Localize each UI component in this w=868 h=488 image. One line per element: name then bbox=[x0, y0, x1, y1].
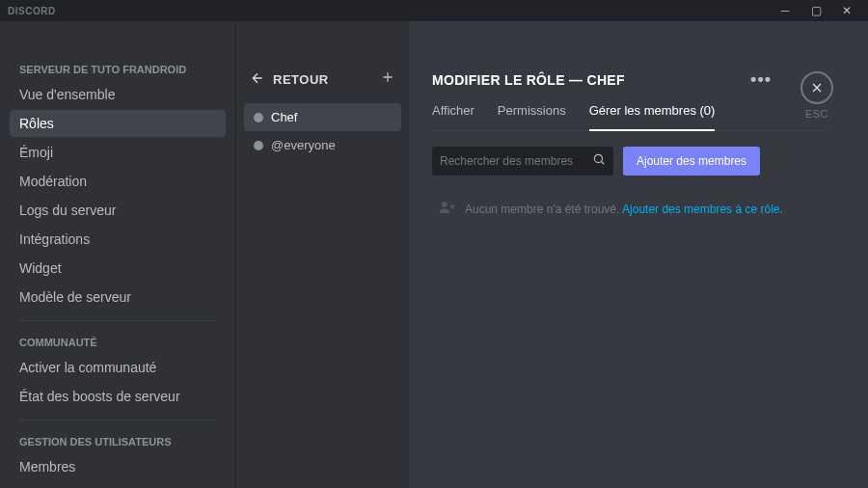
close-panel: ESC bbox=[800, 71, 833, 120]
tab-display[interactable]: Afficher bbox=[432, 103, 475, 130]
tabs: Afficher Permissions Gérer les membres (… bbox=[432, 103, 829, 131]
search-icon bbox=[592, 152, 606, 170]
nav-members[interactable]: Membres bbox=[10, 453, 226, 480]
divider bbox=[19, 320, 216, 321]
app-name: DISCORD bbox=[8, 6, 56, 16]
divider bbox=[19, 420, 216, 420]
back-button[interactable]: RETOUR bbox=[250, 70, 329, 89]
nav-integrations[interactable]: Intégrations bbox=[10, 226, 226, 253]
more-options-button[interactable]: ••• bbox=[750, 69, 772, 90]
empty-text: Aucun membre n'a été trouvé. bbox=[465, 203, 619, 216]
nav-roles[interactable]: Rôles bbox=[10, 110, 226, 137]
nav-invitations[interactable]: Invitations bbox=[10, 482, 226, 488]
nav-server-logs[interactable]: Logs du serveur bbox=[10, 197, 226, 224]
nav-emoji[interactable]: Émoji bbox=[10, 139, 226, 166]
close-button[interactable] bbox=[800, 71, 833, 104]
tab-permissions[interactable]: Permissions bbox=[498, 103, 566, 130]
maximize-button[interactable]: ▢ bbox=[802, 2, 829, 19]
role-edit-panel: ESC MODIFIER LE RÔLE — CHEF ••• Afficher… bbox=[409, 21, 868, 488]
user-icon bbox=[438, 199, 455, 219]
role-name: Chef bbox=[271, 110, 297, 124]
minimize-button[interactable]: ─ bbox=[772, 2, 799, 19]
search-input[interactable] bbox=[440, 154, 592, 168]
add-role-button[interactable] bbox=[380, 69, 395, 90]
section-header-community: COMMUNAUTÉ bbox=[10, 331, 226, 354]
nav-widget[interactable]: Widget bbox=[10, 255, 226, 282]
window-controls: ─ ▢ ✕ bbox=[772, 2, 860, 19]
add-members-button[interactable]: Ajouter des membres bbox=[623, 147, 760, 176]
nav-moderation[interactable]: Modération bbox=[10, 168, 226, 195]
roles-list-column: RETOUR Chef @everyone bbox=[235, 21, 409, 488]
role-item-chef[interactable]: Chef bbox=[244, 103, 401, 131]
empty-add-link[interactable]: Ajouter des membres à ce rôle. bbox=[622, 203, 783, 216]
tab-manage-members[interactable]: Gérer les membres (0) bbox=[589, 103, 716, 131]
close-window-button[interactable]: ✕ bbox=[833, 2, 860, 19]
svg-point-1 bbox=[442, 202, 448, 207]
role-color-dot bbox=[254, 141, 263, 150]
role-color-dot bbox=[254, 113, 263, 122]
settings-sidebar: SERVEUR DE TUTO FRANDROID Vue d'ensemble… bbox=[0, 21, 235, 488]
nav-enable-community[interactable]: Activer la communauté bbox=[10, 354, 226, 381]
empty-state: Aucun membre n'a été trouvé. Ajouter des… bbox=[432, 199, 829, 219]
nav-overview[interactable]: Vue d'ensemble bbox=[10, 81, 226, 108]
svg-point-0 bbox=[594, 154, 602, 162]
section-header-server: SERVEUR DE TUTO FRANDROID bbox=[10, 58, 226, 81]
titlebar: DISCORD ─ ▢ ✕ bbox=[0, 0, 868, 21]
search-box bbox=[432, 147, 613, 176]
back-label: RETOUR bbox=[273, 72, 329, 87]
nav-server-template[interactable]: Modèle de serveur bbox=[10, 284, 226, 311]
panel-title: MODIFIER LE RÔLE — CHEF bbox=[432, 72, 625, 88]
arrow-left-icon bbox=[250, 70, 265, 89]
section-header-user-mgmt: GESTION DES UTILISATEURS bbox=[10, 430, 226, 453]
role-name: @everyone bbox=[271, 138, 336, 152]
nav-server-boosts[interactable]: État des boosts de serveur bbox=[10, 383, 226, 410]
role-item-everyone[interactable]: @everyone bbox=[244, 131, 401, 159]
close-label: ESC bbox=[800, 108, 833, 120]
